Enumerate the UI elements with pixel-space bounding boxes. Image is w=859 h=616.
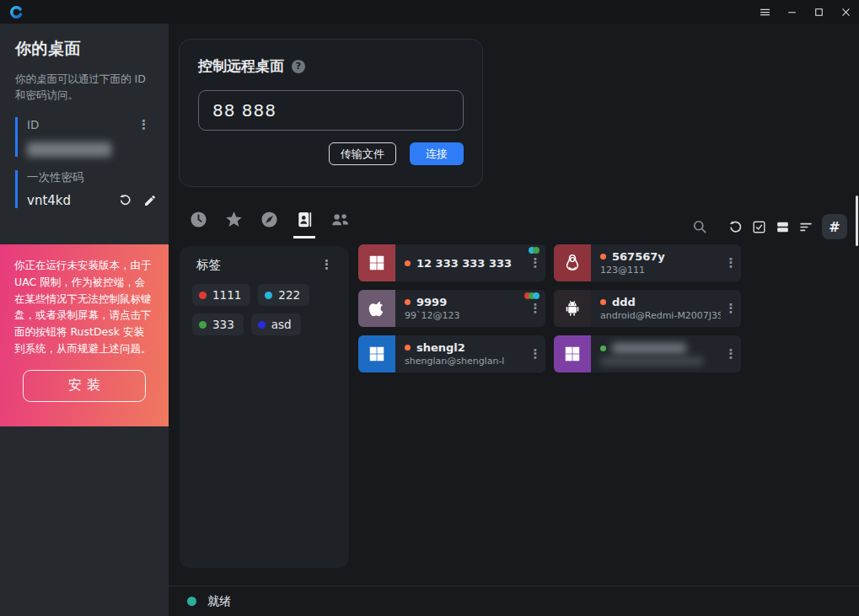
edit-password-icon[interactable] — [143, 194, 157, 207]
tags-title: 标签 — [196, 257, 221, 273]
tag-chips: 1111 222 333 asd — [191, 284, 338, 335]
connection-status-dot — [187, 597, 196, 606]
close-button[interactable] — [832, 0, 859, 24]
peer-name: shengl2 — [416, 341, 465, 354]
peer-menu-icon[interactable]: ⋮ — [525, 255, 545, 271]
help-icon[interactable]: ? — [292, 60, 305, 73]
peer-subtitle: android@Redmi-M2007J3SC — [600, 310, 721, 321]
sidebar-title: 你的桌面 — [15, 38, 169, 60]
tag-label: asd — [271, 318, 292, 331]
sidebar: 你的桌面 你的桌面可以通过下面的 ID 和密码访问。 ID ⋮ 一次性密码 vn… — [0, 24, 169, 616]
peer-subtitle: shenglan@shenglan-l — [405, 356, 525, 367]
minimize-button[interactable] — [778, 0, 805, 24]
tag-label: 333 — [212, 318, 234, 331]
peer-card[interactable]: ddd android@Redmi-M2007J3SC ⋮ — [554, 290, 741, 327]
peer-card[interactable]: 12 333 333 333 ⋮ — [358, 244, 545, 281]
peer-name-redacted — [612, 343, 686, 354]
tab-discovered[interactable] — [258, 210, 280, 238]
tag-indicator-dot — [533, 247, 540, 254]
tag-chip[interactable]: 222 — [258, 284, 309, 306]
peer-name: 567567y — [612, 250, 665, 263]
connect-title: 控制远程桌面 — [198, 56, 284, 76]
maximize-button[interactable] — [805, 0, 832, 24]
peer-subtitle: 99`12@123 — [405, 310, 525, 321]
clock-icon — [189, 210, 208, 229]
status-bar: 就绪 — [169, 586, 859, 616]
titlebar — [0, 0, 859, 24]
password-section: 一次性密码 vnt4kd — [15, 170, 169, 208]
grid-view-icon[interactable]: # — [822, 214, 847, 239]
install-button[interactable]: 安装 — [23, 370, 146, 402]
menu-icon[interactable] — [751, 0, 778, 24]
windows-os-icon — [358, 244, 395, 281]
peer-status-dot — [600, 299, 606, 305]
peer-tabs — [187, 210, 351, 238]
sidebar-subtitle: 你的桌面可以通过下面的 ID 和密码访问。 — [15, 71, 153, 104]
tab-group[interactable] — [329, 210, 351, 238]
tag-label: 1111 — [212, 288, 241, 302]
sort-icon[interactable] — [798, 219, 814, 235]
card-view-icon[interactable] — [775, 219, 791, 235]
tags-panel: 标签 ⋮ 1111 222 333 asd — [180, 246, 349, 568]
search-icon[interactable] — [691, 218, 708, 235]
peer-card[interactable]: shengl2 shenglan@shenglan-l ⋮ — [358, 335, 545, 372]
password-value: vnt4kd — [27, 193, 107, 208]
peer-name: 9999 — [416, 296, 447, 308]
peer-grid: 12 333 333 333 ⋮ 567567y — [358, 244, 741, 372]
peer-tag-dots — [527, 292, 540, 299]
id-section: ID ⋮ — [15, 117, 169, 157]
android-os-icon — [554, 290, 591, 327]
peer-tag-dots — [531, 247, 540, 254]
peer-status-dot — [600, 345, 606, 351]
tag-chip[interactable]: asd — [251, 313, 301, 335]
tag-color-dot — [265, 292, 272, 299]
scrollbar-thumb[interactable] — [856, 196, 858, 246]
connect-panel: 控制远程桌面 ? 传输文件 连接 — [179, 39, 483, 187]
id-menu-icon[interactable]: ⋮ — [134, 117, 153, 133]
peer-menu-icon[interactable]: ⋮ — [721, 301, 741, 317]
linux-os-icon — [554, 244, 591, 281]
uac-warning-banner: 你正在运行未安装版本，由于 UAC 限制，作为被控端，会在某些情况下无法控制鼠标… — [0, 244, 169, 426]
peer-card[interactable]: ⋮ — [554, 335, 741, 372]
address-book-icon — [295, 210, 314, 229]
tags-menu-icon[interactable]: ⋮ — [317, 257, 336, 273]
id-label: ID — [27, 118, 39, 131]
peer-toolbar: # — [691, 214, 847, 239]
tab-address-book[interactable] — [293, 210, 315, 238]
connection-status-text: 就绪 — [207, 594, 231, 609]
refresh-password-icon[interactable] — [118, 193, 132, 207]
group-icon — [330, 210, 351, 229]
connect-button[interactable]: 连接 — [410, 142, 464, 165]
tag-chip[interactable]: 1111 — [192, 284, 250, 306]
star-icon — [224, 210, 244, 229]
password-label: 一次性密码 — [27, 170, 84, 185]
apple-os-icon — [358, 290, 395, 327]
select-checkbox-icon[interactable] — [751, 219, 767, 235]
compass-icon — [260, 210, 279, 229]
peer-card[interactable]: 9999 99`12@123 ⋮ — [358, 290, 545, 327]
tag-color-dot — [258, 321, 266, 329]
peer-name: ddd — [612, 296, 636, 308]
peer-status-dot — [405, 299, 411, 305]
tab-recent-sessions[interactable] — [187, 210, 209, 238]
peer-card[interactable]: 567567y 123@111 ⋮ — [554, 244, 741, 281]
peer-subtitle-redacted — [600, 357, 703, 365]
rustdesk-logo-icon — [9, 5, 24, 19]
transfer-file-button[interactable]: 传输文件 — [329, 142, 396, 165]
windows-os-icon — [554, 335, 591, 372]
peer-status-dot — [405, 260, 411, 266]
peer-menu-icon[interactable]: ⋮ — [721, 346, 741, 362]
rustdesk-window: { "titlebar": { "minimize_glyph": "–", "… — [0, 0, 859, 616]
peer-menu-icon[interactable]: ⋮ — [525, 301, 545, 317]
peer-menu-icon[interactable]: ⋮ — [721, 255, 741, 271]
peer-menu-icon[interactable]: ⋮ — [525, 346, 545, 362]
main-area: 控制远程桌面 ? 传输文件 连接 — [169, 24, 859, 616]
refresh-peers-icon[interactable] — [727, 219, 744, 235]
peer-status-dot — [600, 254, 606, 260]
tab-favorites[interactable] — [223, 210, 244, 238]
peer-status-dot — [405, 345, 411, 351]
peer-subtitle: 123@111 — [600, 265, 721, 276]
tag-chip[interactable]: 333 — [192, 313, 244, 335]
tag-color-dot — [199, 321, 207, 329]
remote-id-input[interactable] — [198, 90, 464, 131]
